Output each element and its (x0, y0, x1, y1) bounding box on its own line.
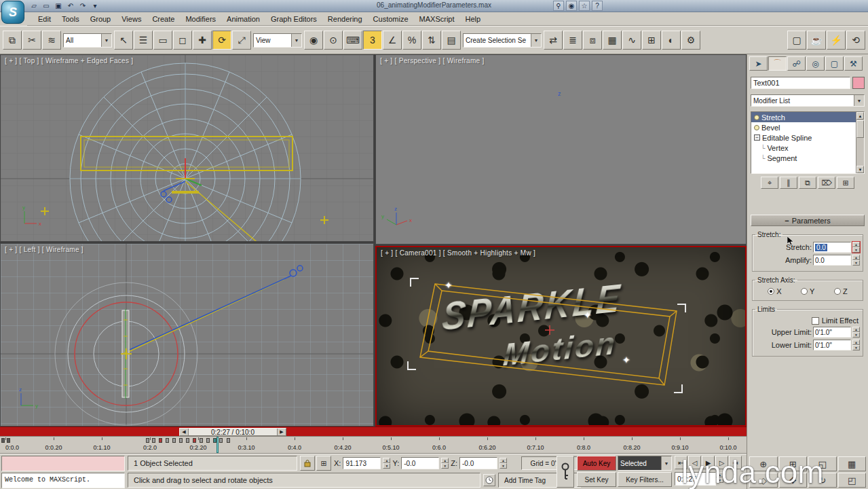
lower-limit-spinner[interactable]: ▲▼ (852, 340, 860, 350)
menu-edit[interactable]: Edit (33, 14, 56, 24)
quick-render-icon[interactable]: ⚡ (827, 31, 846, 50)
collapse-toggle-icon[interactable]: − (754, 134, 760, 141)
animation-key[interactable] (193, 438, 196, 443)
stretch-value-field[interactable]: 0.0 (813, 242, 851, 253)
remove-modifier-icon[interactable]: ⌦ (818, 177, 835, 189)
time-slider-handle[interactable]: ◀ 0:2:27 / 0:10:0 ▶ (179, 428, 286, 436)
track-bar[interactable]: 0:0.00:0.200:1.100:2.00:2.200:3.100:4.00… (0, 436, 747, 454)
maximize-viewport-toggle-icon[interactable]: ◰ (838, 473, 867, 488)
set-keys-button[interactable] (556, 456, 574, 488)
stretch-axis-option-z[interactable]: Z (834, 287, 848, 295)
menu-customize[interactable]: Customize (368, 14, 414, 24)
selection-filter-dropdown[interactable]: All▼ (63, 33, 112, 48)
keyboard-override-icon[interactable]: ⌨ (343, 31, 362, 50)
maxscript-macro-recorder[interactable] (1, 456, 125, 471)
animation-key[interactable] (186, 438, 189, 443)
menu-tools[interactable]: Tools (56, 14, 85, 24)
spinner-up-icon[interactable]: ▲ (852, 340, 860, 345)
spinner-snap-icon[interactable]: ⇅ (422, 31, 441, 50)
modifier-stack-item-segment[interactable]: └Segment (751, 153, 856, 163)
animation-key[interactable] (146, 438, 149, 443)
time-tag-clock-icon[interactable] (483, 474, 495, 486)
viewport-left[interactable]: y z [ + ] [ Left ] [ Wireframe ] (0, 243, 374, 427)
redo-icon[interactable]: ↷ (77, 1, 88, 11)
graphite-ribbon-icon[interactable]: ▦ (603, 31, 622, 50)
animation-key[interactable] (1, 438, 5, 443)
spinner-down-icon[interactable]: ▼ (852, 260, 860, 266)
favorites-icon[interactable]: ☆ (579, 1, 590, 11)
menu-views[interactable]: Views (116, 14, 147, 24)
use-center-icon[interactable]: ◉ (304, 31, 323, 50)
viewport-top[interactable]: x y [ + ] [ Top ] [ Wireframe + Edged Fa… (0, 54, 374, 242)
chevron-down-icon[interactable]: ▼ (291, 34, 301, 47)
zoom-extents-all-icon[interactable]: ▦ (838, 456, 867, 471)
select-and-scale-icon[interactable]: ⤢ (232, 31, 251, 50)
reference-coordinate-dropdown[interactable]: View▼ (253, 33, 302, 48)
edit-named-selections-icon[interactable]: ▤ (442, 31, 461, 50)
stretch-spinner[interactable]: ▲▼ (852, 242, 860, 253)
animation-key[interactable] (172, 438, 176, 443)
material-editor-icon[interactable]: ◐ (662, 31, 681, 50)
animation-key[interactable] (152, 438, 155, 443)
radio-x-icon[interactable] (768, 288, 774, 295)
object-name-field[interactable]: Text001 (751, 77, 850, 89)
open-file-icon[interactable]: ▭ (41, 1, 52, 11)
animation-key[interactable] (179, 438, 183, 443)
schematic-view-icon[interactable]: ⊞ (642, 31, 661, 50)
coord-x-spinner[interactable]: ▲▼ (383, 458, 390, 469)
spinner-down-icon[interactable]: ▼ (852, 332, 860, 338)
viewport-camera[interactable]: SPARKLE Motion ✦ ✦ ✦ [ + (375, 246, 747, 427)
chevron-down-icon[interactable]: ▼ (661, 456, 671, 470)
render-setup-icon[interactable]: ⚙ (681, 31, 700, 50)
selection-lock-toggle[interactable] (300, 456, 315, 471)
modifier-stack-item-vertex[interactable]: └Vertex (751, 143, 856, 153)
stretch-axis-option-x[interactable]: X (768, 287, 781, 295)
window-crossing-icon[interactable]: ◻ (173, 31, 192, 50)
object-color-swatch[interactable] (852, 77, 865, 89)
animation-key[interactable] (206, 438, 210, 443)
select-and-rotate-icon[interactable]: ⟳ (212, 31, 231, 50)
make-unique-icon[interactable]: ⧉ (799, 177, 816, 189)
pin-stack-icon[interactable]: ⌖ (761, 177, 778, 189)
scroll-down-icon[interactable]: ▼ (856, 166, 864, 173)
hierarchy-tab-icon[interactable]: ☍ (787, 56, 806, 71)
previous-frame-arrow-icon[interactable]: ◀ (180, 429, 189, 435)
create-tab-icon[interactable]: ➤ (749, 56, 768, 71)
undo-icon[interactable]: ↶ (65, 1, 76, 11)
animation-key[interactable] (159, 438, 162, 443)
selection-region-icon[interactable]: ▭ (153, 31, 172, 50)
animation-key[interactable] (166, 438, 169, 443)
stretch-axis-option-y[interactable]: Y (801, 287, 814, 295)
key-mode-dropdown[interactable]: Selected ▼ (618, 456, 672, 471)
amplify-value-field[interactable]: 0.0 (813, 255, 851, 266)
animation-key[interactable] (213, 438, 216, 443)
help-icon[interactable]: ? (592, 1, 603, 11)
upper-limit-field[interactable]: 0'1.0" (813, 327, 851, 338)
limit-effect-checkbox[interactable] (812, 317, 819, 325)
modifier-stack-item-editable-spline[interactable]: −Editable Spline (751, 132, 856, 143)
unlink-selection-icon[interactable]: ✂ (22, 31, 41, 50)
stack-scrollbar[interactable]: ▲ ▼ (856, 112, 864, 173)
modifier-stack-item-stretch[interactable]: Stretch (751, 112, 856, 122)
viewport-top-canvas[interactable]: x y (1, 55, 373, 241)
infocenter-search-icon[interactable]: ⚲ (553, 1, 564, 11)
viewport-perspective[interactable]: z x z y [ + ] [ Perspective ] [ Wirefram… (375, 54, 747, 244)
rendered-frame-window-icon[interactable]: ▢ (787, 31, 806, 50)
amplify-spinner[interactable]: ▲▼ (852, 255, 860, 266)
select-and-link-icon[interactable]: ⧉ (3, 31, 22, 50)
next-frame-arrow-icon[interactable]: ▶ (277, 429, 286, 435)
select-and-move-icon[interactable]: ✚ (193, 31, 212, 50)
modifier-list-dropdown[interactable]: Modifier List ▼ (751, 94, 865, 107)
configure-modifier-sets-icon[interactable]: ⊞ (837, 177, 854, 189)
render-iterative-icon[interactable]: ⟲ (846, 31, 865, 50)
percent-snap-icon[interactable]: % (402, 31, 421, 50)
key-filters-button[interactable]: Key Filters... (618, 472, 672, 487)
absolute-offset-mode-toggle[interactable]: ⊞ (316, 456, 331, 471)
menu-graph-editors[interactable]: Graph Editors (265, 14, 322, 24)
radio-y-icon[interactable] (801, 288, 808, 295)
menu-modifiers[interactable]: Modifiers (180, 14, 221, 24)
spinner-up-icon[interactable]: ▲ (852, 327, 860, 332)
trackbar-playhead[interactable] (216, 437, 219, 453)
motion-tab-icon[interactable]: ◎ (806, 56, 825, 71)
viewport-perspective-label[interactable]: [ + ] [ Perspective ] [ Wireframe ] (380, 57, 485, 65)
